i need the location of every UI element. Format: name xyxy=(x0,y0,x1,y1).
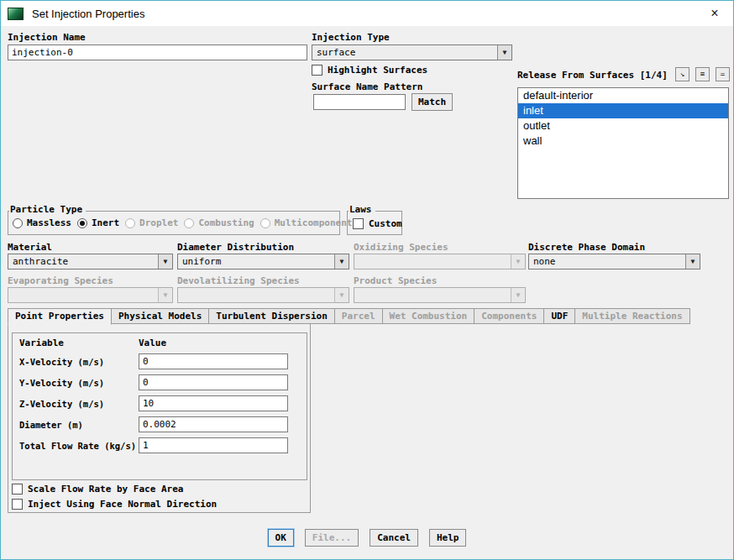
inject-face-normal-checkbox[interactable]: Inject Using Face Normal Direction xyxy=(12,499,217,510)
table-row: X-Velocity (m/s) xyxy=(13,353,307,369)
radio-multicomponent: Multicomponent xyxy=(260,217,353,228)
close-button[interactable]: × xyxy=(696,1,733,26)
evaporating-species-dropdown: ▼ xyxy=(8,287,173,303)
tab-point-properties[interactable]: Point Properties xyxy=(8,308,112,325)
chevron-down-icon: ▼ xyxy=(511,254,525,269)
custom-laws-label: Custom xyxy=(369,218,402,229)
highlight-surfaces-checkbox[interactable]: Highlight Surfaces xyxy=(312,65,427,76)
radio-massless[interactable]: Massless xyxy=(13,217,71,228)
inject-face-normal-label: Inject Using Face Normal Direction xyxy=(28,499,217,510)
oxidizing-species-label: Oxidizing Species xyxy=(354,242,448,253)
tab-physical-models[interactable]: Physical Models xyxy=(112,308,209,324)
tab-components: Components xyxy=(474,308,544,324)
table-row: Y-Velocity (m/s) xyxy=(13,374,307,390)
ok-button[interactable]: OK xyxy=(268,529,294,547)
injection-name-label: Injection Name xyxy=(8,32,86,43)
value-column-header: Value xyxy=(139,338,166,348)
list-tool-equals-icon[interactable]: = xyxy=(716,67,730,81)
point-properties-panel: Variable Value X-Velocity (m/s) Y-Veloci… xyxy=(8,323,311,513)
chevron-down-icon: ▼ xyxy=(158,254,172,269)
table-row: Total Flow Rate (kg/s) xyxy=(13,437,307,453)
cancel-button[interactable]: Cancel xyxy=(370,529,418,547)
material-label: Material xyxy=(8,242,52,253)
injection-type-dropdown[interactable]: surface ▼ xyxy=(312,44,512,60)
window-title: Set Injection Properties xyxy=(32,8,144,20)
z-velocity-input[interactable] xyxy=(139,395,288,411)
list-item-wall[interactable]: wall xyxy=(518,133,728,149)
surface-name-pattern-input[interactable] xyxy=(313,94,406,110)
chevron-down-icon: ▼ xyxy=(158,288,172,302)
radio-circle-icon xyxy=(260,218,270,228)
devolatilizing-species-dropdown: ▼ xyxy=(177,287,349,303)
particle-type-group: Particle Type Massless Inert Droplet Com… xyxy=(8,211,340,235)
checkbox-box-icon xyxy=(12,484,23,495)
diameter-distribution-dropdown[interactable]: uniform ▼ xyxy=(177,254,349,270)
x-velocity-label: X-Velocity (m/s) xyxy=(19,357,139,367)
list-tool-menu-icon[interactable]: ≡ xyxy=(695,67,710,81)
checkbox-box-icon xyxy=(353,218,364,229)
help-button[interactable]: Help xyxy=(429,529,467,547)
chevron-down-icon: ▼ xyxy=(685,254,700,269)
laws-group: Laws Custom xyxy=(347,211,402,235)
variables-header: Variable Value xyxy=(13,333,307,348)
radio-circle-icon xyxy=(13,218,23,228)
radio-circle-icon xyxy=(77,218,87,228)
discrete-phase-domain-value: none xyxy=(529,254,685,269)
evaporating-species-label: Evaporating Species xyxy=(8,275,113,286)
variables-box: Variable Value X-Velocity (m/s) Y-Veloci… xyxy=(12,332,307,480)
tab-multiple-reactions: Multiple Reactions xyxy=(575,308,689,324)
material-value: anthracite xyxy=(8,254,158,269)
diameter-input[interactable] xyxy=(139,416,288,432)
total-flow-rate-input[interactable] xyxy=(139,437,288,453)
discrete-phase-domain-label: Discrete Phase Domain xyxy=(528,242,645,253)
oxidizing-species-dropdown: ▼ xyxy=(354,254,526,270)
chevron-down-icon: ▼ xyxy=(334,288,349,302)
injection-name-input[interactable] xyxy=(8,44,307,60)
list-item-default-interior[interactable]: default-interior xyxy=(518,88,728,103)
x-velocity-input[interactable] xyxy=(139,353,288,369)
laws-label: Laws xyxy=(349,204,375,215)
radio-combusting: Combusting xyxy=(184,217,254,228)
radio-inert[interactable]: Inert xyxy=(77,217,119,228)
scale-flow-rate-checkbox[interactable]: Scale Flow Rate by Face Area xyxy=(12,484,183,495)
radio-multicomponent-label: Multicomponent xyxy=(275,217,353,228)
scale-flow-rate-label: Scale Flow Rate by Face Area xyxy=(28,484,183,495)
checkbox-box-icon xyxy=(12,499,23,510)
diameter-distribution-label: Diameter Distribution xyxy=(177,242,294,253)
diameter-distribution-value: uniform xyxy=(178,254,334,269)
devolatilizing-species-value xyxy=(178,288,334,302)
injection-type-label: Injection Type xyxy=(312,32,390,43)
table-row: Diameter (m) xyxy=(13,416,307,432)
list-tool-arrow-icon[interactable]: ↘ xyxy=(675,67,689,81)
product-species-label: Product Species xyxy=(354,275,437,286)
injection-type-value: surface xyxy=(312,45,497,60)
material-dropdown[interactable]: anthracite ▼ xyxy=(8,254,173,270)
discrete-phase-domain-dropdown[interactable]: none ▼ xyxy=(528,254,700,270)
highlight-surfaces-label: Highlight Surfaces xyxy=(328,65,427,76)
devolatilizing-species-label: Devolatilizing Species xyxy=(177,275,300,286)
tab-parcel: Parcel xyxy=(335,308,383,324)
z-velocity-label: Z-Velocity (m/s) xyxy=(19,399,139,409)
tab-turbulent-dispersion[interactable]: Turbulent Dispersion xyxy=(209,308,334,324)
radio-combusting-label: Combusting xyxy=(198,217,254,228)
diameter-label: Diameter (m) xyxy=(19,420,139,430)
total-flow-rate-label: Total Flow Rate (kg/s) xyxy=(19,441,139,451)
list-item-outlet[interactable]: outlet xyxy=(518,118,728,133)
radio-inert-label: Inert xyxy=(92,217,119,228)
y-velocity-input[interactable] xyxy=(139,374,288,390)
variable-column-header: Variable xyxy=(19,338,139,348)
custom-laws-checkbox[interactable]: Custom xyxy=(353,218,402,229)
match-button[interactable]: Match xyxy=(412,93,453,111)
tab-udf[interactable]: UDF xyxy=(544,308,575,324)
release-surfaces-listbox: default-interior inlet outlet wall xyxy=(517,87,729,199)
surface-name-pattern-label: Surface Name Pattern xyxy=(312,81,422,92)
tab-strip: Point Properties Physical Models Turbule… xyxy=(8,308,690,325)
oxidizing-species-value xyxy=(354,254,511,269)
list-item-inlet[interactable]: inlet xyxy=(518,103,728,118)
release-from-surfaces-label: Release From Surfaces [1/4] xyxy=(517,70,668,81)
file-button: File... xyxy=(305,529,359,547)
radio-massless-label: Massless xyxy=(27,217,71,228)
radio-droplet-label: Droplet xyxy=(139,217,178,228)
checkbox-box-icon xyxy=(312,65,322,76)
radio-circle-icon xyxy=(125,218,135,228)
